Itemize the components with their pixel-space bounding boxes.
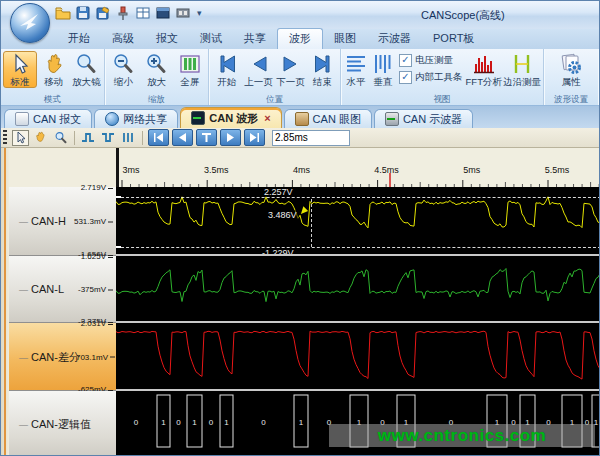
can-logic-waveform[interactable]: 01010101010101010101 www.cntronics.com bbox=[116, 391, 600, 456]
fft-analysis-button[interactable]: FFT分析 bbox=[466, 51, 502, 88]
channel-row-can-diff[interactable]: CAN-差分 2.031V 703.1mV -625mV bbox=[9, 323, 116, 391]
measure-line-bottom[interactable] bbox=[116, 247, 600, 248]
channel-row-can-l[interactable]: CAN-L 1.625V -375mV -2.375V bbox=[9, 256, 116, 323]
svg-text:5.5ms: 5.5ms bbox=[545, 165, 570, 175]
standard-mode-button[interactable]: 标准 bbox=[3, 51, 37, 88]
edge-measure-button[interactable]: 边沿测量 bbox=[503, 51, 541, 88]
logo-plane-icon bbox=[18, 12, 42, 32]
ribbon-tab-高级[interactable]: 高级 bbox=[101, 29, 145, 49]
save-icon[interactable] bbox=[75, 5, 91, 21]
can-diff-waveform[interactable] bbox=[116, 323, 600, 391]
channel-name: CAN-H bbox=[19, 215, 66, 227]
checkbox-checked-icon: ✓ bbox=[399, 54, 412, 67]
can-l-waveform[interactable] bbox=[116, 256, 600, 323]
close-tab-icon[interactable]: × bbox=[264, 112, 270, 124]
svg-text:0: 0 bbox=[176, 418, 181, 427]
pin-icon[interactable] bbox=[115, 5, 131, 21]
prev-page-button[interactable]: 上一页 bbox=[243, 51, 274, 88]
channel-name: CAN-差分 bbox=[19, 349, 80, 364]
scale-value: 703.1mV bbox=[76, 352, 115, 361]
ribbon-tab-开始[interactable]: 开始 bbox=[57, 29, 101, 49]
ribbon-tab-报文[interactable]: 报文 bbox=[145, 29, 189, 49]
time-ruler[interactable]: 3ms3.5ms4ms4.5ms5ms5.5ms6ms bbox=[116, 148, 600, 187]
go-first-button[interactable] bbox=[148, 129, 169, 146]
vertical-button[interactable]: 垂直 bbox=[370, 51, 396, 88]
arrow-left-icon bbox=[247, 52, 271, 76]
measure-line-handle[interactable] bbox=[116, 196, 121, 198]
ribbon-group-zoom: 缩小 放大 全屏 缩放 bbox=[105, 49, 209, 105]
channel-row-can-logic[interactable]: CAN-逻辑值 bbox=[9, 391, 116, 456]
horizontal-button[interactable]: 水平 bbox=[343, 51, 369, 88]
cursor-delta-value: 3.486V bbox=[266, 210, 299, 220]
ribbon-group-mode: 标准 移动 放大镜 模式 bbox=[1, 49, 105, 105]
svg-text:4ms: 4ms bbox=[293, 165, 311, 175]
ribbon-tab-示波器[interactable]: 示波器 bbox=[367, 29, 422, 49]
voltage-measure-checkbox[interactable]: ✓ 电压测量 bbox=[399, 54, 463, 67]
more-dropdown-icon[interactable]: ▾ bbox=[197, 8, 202, 18]
doc-tab-网络共享[interactable]: 网络共享 bbox=[94, 109, 178, 128]
open-folder-icon[interactable] bbox=[55, 5, 71, 21]
ribbon-tab-共享[interactable]: 共享 bbox=[233, 29, 277, 49]
toolbar-separator bbox=[74, 131, 75, 145]
move-mode-button[interactable]: 移动 bbox=[38, 51, 70, 88]
channel-name: CAN-L bbox=[19, 283, 64, 295]
svg-text:1: 1 bbox=[299, 418, 304, 427]
pointer-tool-button[interactable] bbox=[12, 130, 29, 146]
i-wave-icon bbox=[191, 111, 205, 125]
doc-tab-CAN 报文[interactable]: CAN 报文 bbox=[4, 109, 92, 128]
time-position-input[interactable] bbox=[272, 130, 350, 146]
scale-value: 1.625V bbox=[81, 252, 113, 261]
zoom-out-icon bbox=[111, 52, 135, 76]
zoom-out-button[interactable]: 缩小 bbox=[107, 51, 139, 88]
magnifier-tool-button[interactable] bbox=[52, 130, 69, 146]
measure-line-handle[interactable] bbox=[116, 246, 121, 248]
svg-text:0: 0 bbox=[134, 418, 139, 427]
go-start-button[interactable]: 开始 bbox=[211, 51, 242, 88]
step-back-button[interactable] bbox=[172, 129, 193, 146]
collapsed-side-panel[interactable] bbox=[1, 148, 9, 456]
scale-value: 531.3mV bbox=[74, 217, 113, 226]
ribbon-group-wave-settings: 属性 波形设置 bbox=[544, 49, 598, 105]
grid-icon[interactable] bbox=[135, 5, 151, 21]
next-page-button[interactable]: 下一页 bbox=[275, 51, 306, 88]
hand-tool-button[interactable] bbox=[32, 130, 49, 146]
scale-value: 2.031V bbox=[81, 319, 113, 328]
ribbon-tab-测试[interactable]: 测试 bbox=[189, 29, 233, 49]
all-edges-button[interactable] bbox=[120, 130, 137, 146]
ribbon-tab-波形[interactable]: 波形 bbox=[277, 28, 323, 49]
ribbon-tab-PORT板[interactable]: PORT板 bbox=[422, 29, 485, 49]
properties-button[interactable]: 属性 bbox=[555, 51, 588, 88]
toolbar-grip[interactable] bbox=[3, 130, 7, 146]
save-as-icon[interactable] bbox=[95, 5, 111, 21]
go-last-button[interactable] bbox=[244, 129, 265, 146]
can-h-waveform[interactable]: 2.257V 3.486V -1.229V bbox=[116, 187, 600, 256]
magnifier-mode-button[interactable]: 放大镜 bbox=[70, 51, 102, 88]
zoom-in-button[interactable]: 放大 bbox=[140, 51, 172, 88]
cursor-vertical-line[interactable] bbox=[311, 199, 312, 247]
i-eye-icon bbox=[295, 112, 309, 126]
cursor-top-value: 2.257V bbox=[262, 187, 295, 197]
ribbon-tab-眼图[interactable]: 眼图 bbox=[323, 29, 367, 49]
falling-edge-button[interactable] bbox=[100, 130, 117, 146]
step-forward-button[interactable] bbox=[220, 129, 241, 146]
checkbox-checked-icon: ✓ bbox=[399, 71, 412, 84]
cursor-bottom-value: -1.229V bbox=[260, 248, 296, 256]
measure-line-top[interactable] bbox=[116, 197, 600, 198]
channel-row-can-h[interactable]: CAN-H 2.719V 531.3mV -1.656V bbox=[9, 187, 116, 256]
doc-tab-CAN 眼图[interactable]: CAN 眼图 bbox=[284, 109, 372, 128]
rising-edge-button[interactable] bbox=[80, 130, 97, 146]
trigger-position-button[interactable] bbox=[196, 129, 217, 146]
doc-tab-CAN 示波器[interactable]: CAN 示波器 bbox=[374, 109, 473, 128]
svg-text:0: 0 bbox=[209, 418, 214, 427]
full-screen-button[interactable]: 全屏 bbox=[174, 51, 206, 88]
internal-toolbar-checkbox[interactable]: ✓ 内部工具条 bbox=[399, 71, 463, 84]
waveform-view: CAN-H 2.719V 531.3mV -1.656V CAN-L 1.625… bbox=[1, 148, 600, 456]
window-icon[interactable] bbox=[155, 5, 171, 21]
channel-name: CAN-逻辑值 bbox=[19, 417, 91, 432]
magnifier-icon bbox=[74, 52, 98, 76]
application-menu-button[interactable] bbox=[10, 3, 50, 43]
doc-tab-CAN 波形[interactable]: CAN 波形× bbox=[180, 107, 281, 128]
go-end-button[interactable]: 结束 bbox=[307, 51, 338, 88]
svg-text:5ms: 5ms bbox=[463, 165, 481, 175]
film-icon[interactable] bbox=[175, 5, 191, 21]
